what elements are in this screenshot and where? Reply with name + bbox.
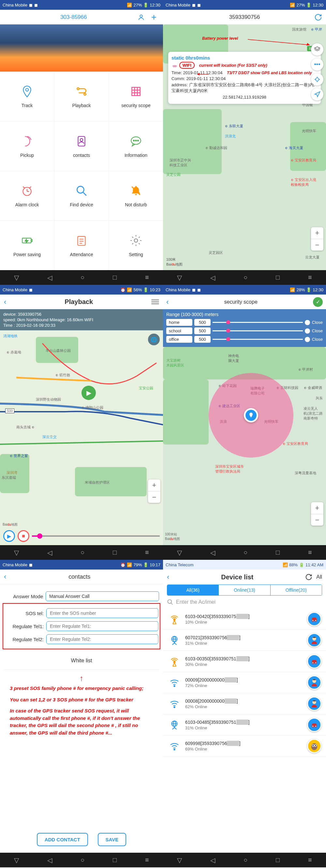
device-list-item[interactable]: 6103-00420[3593339075XXXX] 10% Online <box>163 609 326 630</box>
device-list-item[interactable]: 6103-00485[3593390751XXXX] 31% Online <box>163 714 326 736</box>
device-list-item[interactable]: 607021[3593390756XXXX] 31% Online <box>163 630 326 651</box>
tab-online[interactable]: Online(13) <box>218 585 270 595</box>
svg-point-61 <box>315 726 316 727</box>
contacts-screen: China Mobile◼ ⏰📶79%🔋10:17 ‹ contacts Ans… <box>0 560 163 867</box>
regulate-tel1-input[interactable] <box>46 621 158 631</box>
sos-tel-input[interactable] <box>46 608 158 618</box>
close-radio[interactable] <box>305 320 310 325</box>
svg-point-2 <box>77 88 79 90</box>
back-icon[interactable]: ‹ <box>4 572 6 581</box>
page-title: Device list <box>173 574 301 581</box>
target-button[interactable] <box>311 73 323 86</box>
refresh-icon[interactable] <box>305 574 312 581</box>
nav-down-icon[interactable]: ≡ <box>145 274 149 281</box>
zoom-out-button[interactable]: − <box>311 239 323 251</box>
globe-button[interactable]: 🌐 <box>148 334 160 345</box>
form-buttons: ADD CONTACT SAVE <box>0 826 163 853</box>
android-nav-bar: ▽◁○□≡ <box>163 270 326 285</box>
device-status: 31% Online <box>185 641 303 646</box>
device-avatar[interactable] <box>307 739 321 753</box>
tab-all[interactable]: All(36) <box>167 585 218 595</box>
menu-contacts[interactable]: contacts <box>54 121 109 171</box>
filter-tabs: All(36) Online(13) Offline(20) <box>167 585 322 596</box>
device-list-item[interactable]: 00008[2000000000XXXX] 62% Online <box>163 693 326 714</box>
device-avatar[interactable] <box>307 696 321 711</box>
zoom-in-button[interactable]: + <box>148 479 160 491</box>
menu-power-saving[interactable]: Power saving <box>0 221 54 270</box>
device-name: 6103-00350[3593390751XXXX] <box>185 656 303 661</box>
profile-icon[interactable] <box>138 14 145 21</box>
layers-button[interactable] <box>311 43 323 56</box>
nav-back-icon[interactable]: ◁ <box>47 274 52 281</box>
svg-rect-24 <box>31 240 32 242</box>
menu-attendance[interactable]: Attendance <box>54 221 109 270</box>
scale-label: 100米Baidu地图 <box>166 257 183 267</box>
add-contact-button[interactable]: ADD CONTACT <box>37 833 88 846</box>
nav-recent-icon[interactable]: □ <box>113 274 117 281</box>
geofence-map[interactable]: 神舟电脑大厦 大宝路树木园风景区 ⊕ 甲岸村 ⊕ 岭下花园 瑞腾电子有限公司 ⊕… <box>163 347 326 545</box>
tab-offline[interactable]: Offline(20) <box>271 585 322 595</box>
svg-point-41 <box>168 600 172 604</box>
progress-slider[interactable] <box>32 535 160 537</box>
annotation-text-1: 3 preset SOS family phone # for emergenc… <box>4 683 159 694</box>
status-bar: China Telecom 📶88%🔋11:42 AM <box>163 560 326 569</box>
play-button[interactable]: ▶ <box>3 530 15 542</box>
zoom-out-button[interactable]: − <box>148 491 160 503</box>
menu-icon[interactable] <box>151 299 159 305</box>
svg-marker-34 <box>315 47 320 50</box>
device-list-item[interactable]: 00009[2000000000XXXX] 72% Online <box>163 672 326 693</box>
refresh-icon[interactable] <box>314 13 322 21</box>
security-scope-screen: China Mobile◼◼ 📶28%🔋12:30 ‹ security sco… <box>163 285 326 560</box>
menu-security-scope[interactable]: security scope <box>109 71 163 121</box>
device-avatar[interactable] <box>307 612 321 626</box>
device-status: 62% Online <box>185 704 303 709</box>
menu-pickup[interactable]: Pickup <box>0 121 54 171</box>
zoom-out-button[interactable]: − <box>311 514 323 526</box>
back-icon[interactable]: ‹ <box>166 298 168 306</box>
confirm-button[interactable]: ✓ <box>313 297 323 307</box>
device-avatar[interactable] <box>307 718 321 732</box>
device-status: 31% Online <box>185 725 303 730</box>
menu-not-disturb[interactable]: Not disturb <box>109 171 163 221</box>
menu-track[interactable]: Track <box>0 71 54 121</box>
device-list-item[interactable]: 609998[3593390756XXXX] 69% Online <box>163 736 326 757</box>
back-icon[interactable]: ‹ <box>167 573 169 581</box>
zoom-in-button[interactable]: + <box>311 502 323 514</box>
svg-rect-4 <box>132 87 140 95</box>
location-button[interactable] <box>311 88 323 100</box>
zoom-in-button[interactable]: + <box>311 227 323 239</box>
range-name-input[interactable]: home <box>166 319 192 326</box>
device-avatar[interactable] <box>307 633 321 647</box>
svg-line-19 <box>29 187 31 188</box>
menu-information[interactable]: Information <box>109 121 163 171</box>
device-avatar[interactable] <box>307 654 321 669</box>
menu-alarm-clock[interactable]: Alarm clock <box>0 171 54 221</box>
whitelist-link[interactable]: White list <box>4 652 159 670</box>
save-button[interactable]: SAVE <box>98 833 127 846</box>
play-marker[interactable]: ▶ <box>82 386 96 400</box>
android-nav-bar: ▽◁○□≡ <box>163 545 326 560</box>
nav-menu-icon[interactable]: ▽ <box>14 274 19 281</box>
stop-button[interactable]: ■ <box>18 530 29 542</box>
nav-home-icon[interactable]: ○ <box>81 274 84 281</box>
all-label[interactable]: All <box>316 574 322 580</box>
more-button[interactable]: ••• <box>311 58 323 71</box>
playback-map[interactable]: 清湖地铁 ⊕ 赤葛坳 羊台山森林公园 ⊕ 簕竹坜 宝安公园 深圳野生动物园 ⊕ … <box>0 330 163 545</box>
search-field[interactable]: Enter the Ac/imei <box>167 599 322 606</box>
device-avatar[interactable] <box>307 675 321 690</box>
device-name: 607021[3593390756XXXX] <box>185 635 303 640</box>
map-view[interactable]: 国友旅馆 ⊕ 甲岸 中国银 ⊕ 东联大厦 光明快车 洪浪北 ⊕ 勤诚达和园 ⊕ … <box>163 24 326 270</box>
range-slider[interactable] <box>213 322 303 323</box>
device-name: 6103-00420[3593339075XXXX] <box>185 614 303 619</box>
menu-find-device[interactable]: Find device <box>54 171 109 221</box>
annotation-text-3: In case of the GPS tracker send SOS requ… <box>4 705 159 739</box>
location-pin <box>244 408 258 423</box>
answer-mode-select[interactable]: Manual Answer Call <box>46 591 159 601</box>
regulate-tel2-input[interactable] <box>46 634 158 644</box>
menu-setting[interactable]: Setting <box>109 221 163 270</box>
back-icon[interactable]: ‹ <box>4 298 6 306</box>
range-value-input[interactable]: 500 <box>194 319 211 326</box>
menu-playback[interactable]: Playback <box>54 71 109 121</box>
device-list-item[interactable]: 6103-00350[3593390751XXXX] 30% Online <box>163 651 326 672</box>
add-icon[interactable]: + <box>151 12 157 23</box>
